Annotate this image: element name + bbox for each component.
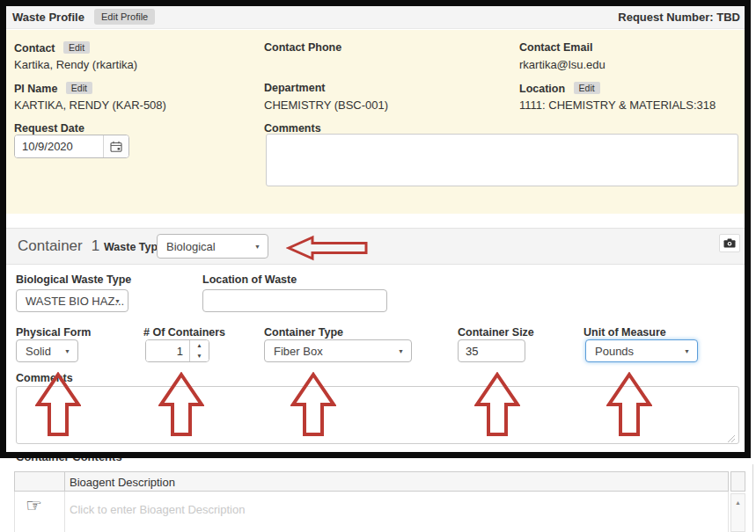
edit-profile-button[interactable]: Edit Profile [94,9,155,25]
chevron-down-icon: ▼ [64,348,70,354]
request-date-input[interactable] [15,135,103,157]
chevron-down-icon: ▼ [254,244,261,250]
resize-handle-icon[interactable] [726,434,736,443]
location-of-waste-input[interactable] [202,289,387,312]
contact-email-label: Contact Email [519,41,592,54]
contact-value: Kartika, Rendy (rkartika) [14,58,137,71]
stepper-down-icon[interactable]: ▼ [190,351,209,361]
biological-waste-type-dropdown[interactable]: WASTE BIO HAZ... ▼ [16,289,128,312]
scrollbar-up-icon[interactable]: ▲ [731,494,745,506]
bioagent-table-row: ☞ Click to enter Bioagent Description [14,492,729,532]
title-bar: Waste Profile Edit Profile Request Numbe… [6,6,745,29]
contact-phone-label: Contact Phone [264,41,341,54]
container-title: Container1 [18,237,99,255]
pi-name-label: PI Name Edit [14,82,92,95]
chevron-down-icon: ▼ [684,348,690,354]
department-value: CHEMISTRY (BSC-001) [264,98,388,112]
num-containers-label: # Of Containers [143,326,225,339]
container-type-label: Container Type [264,326,343,339]
page-edge-divider [752,464,753,532]
unit-of-measure-dropdown[interactable]: Pounds ▼ [585,339,698,362]
location-edit-button[interactable]: Edit [574,82,600,94]
unit-of-measure-label: Unit of Measure [584,326,666,339]
waste-type-dropdown[interactable]: Biological ▼ [157,234,268,259]
contact-edit-button[interactable]: Edit [63,41,90,54]
department-label: Department [264,82,325,94]
table-column-divider [64,492,65,532]
request-number: Request Number: TBD [618,11,740,24]
physical-form-label: Physical Form [16,326,91,339]
container-section-header: Container1 Waste Type Biological ▼ [6,228,745,265]
pi-name-edit-button[interactable]: Edit [66,82,92,94]
contact-email-value: rkartika@lsu.edu [519,58,606,71]
calendar-button[interactable] [103,135,128,157]
container-size-input[interactable] [458,339,525,362]
container-number: 1 [92,237,99,254]
annotation-arrow-up-physical-form [35,372,81,437]
location-value: 1111: CHEMISTRY & MATERIALS:318 [519,98,716,112]
scrollbar-header-cell [730,471,745,492]
physical-form-dropdown[interactable]: Solid ▼ [16,339,78,362]
camera-icon [723,238,736,248]
annotation-arrow-up-unit-of-measure [606,372,652,437]
page-title: Waste Profile [12,11,84,24]
request-date-label: Request Date [14,122,84,135]
pi-name-value: KARTIKA, RENDY (KAR-508) [14,98,166,112]
num-containers-input[interactable] [146,340,189,361]
profile-comments-textarea[interactable] [266,134,738,186]
num-containers-stepper: ▲ ▼ [145,339,209,362]
row-pointer-hand-icon: ☞ [26,495,42,516]
annotation-arrow-up-container-size [474,372,520,437]
chevron-down-icon: ▼ [114,298,121,304]
contact-label: Contact Edit [14,41,90,55]
bioagent-description-column-header: Bioagent Description [70,476,175,489]
request-date-picker [14,135,129,158]
container-size-label: Container Size [458,326,534,339]
calendar-icon [110,141,122,152]
waste-type-label: Waste Type [104,241,164,253]
profile-panel: Contact Edit Kartika, Rendy (rkartika) C… [6,30,745,214]
camera-button[interactable] [719,234,740,252]
stepper-buttons: ▲ ▼ [189,340,209,361]
location-of-waste-label: Location of Waste [202,273,297,286]
waste-request-page: Container Contents Bioagent Description … [0,0,756,532]
stepper-up-icon[interactable]: ▲ [190,340,209,351]
bioagent-table-header: Bioagent Description [14,471,729,492]
annotation-arrow-left [286,235,369,261]
location-label: Location Edit [519,82,600,95]
biological-waste-type-label: Biological Waste Type [16,273,131,286]
annotation-arrow-up-num-containers [158,372,204,437]
table-scrollbar[interactable]: ▲ [730,493,745,532]
profile-comments-label: Comments [264,122,321,135]
chevron-down-icon: ▼ [398,348,404,354]
table-column-divider [64,472,65,491]
container-type-dropdown[interactable]: Fiber Box ▼ [264,339,412,362]
bioagent-description-cell[interactable]: Click to enter Bioagent Description [70,503,245,516]
annotation-arrow-up-container-type [290,372,336,437]
